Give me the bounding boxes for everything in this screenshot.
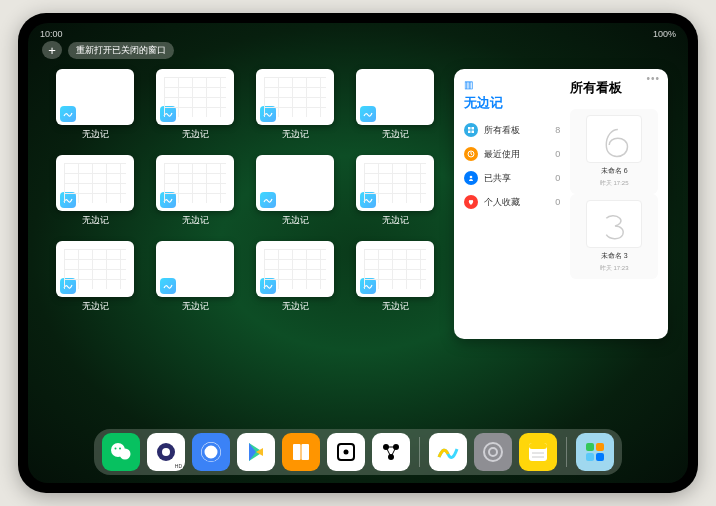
- dock-books-icon[interactable]: [282, 433, 320, 471]
- reopen-closed-window-button[interactable]: 重新打开已关闭的窗口: [68, 42, 174, 59]
- freeform-app-icon: [160, 106, 176, 122]
- board-card[interactable]: 未命名 6昨天 17:25: [570, 109, 658, 194]
- freeform-app-icon: [160, 278, 176, 294]
- window-label: 无边记: [182, 128, 209, 141]
- ipad-frame: 10:00 100% + 重新打开已关闭的窗口 无边记无边记无边记无边记无边记无…: [18, 13, 698, 493]
- window-label: 无边记: [182, 214, 209, 227]
- window-label: 无边记: [382, 300, 409, 313]
- window-preview: [156, 155, 234, 211]
- clock-icon: [464, 147, 478, 161]
- window-preview: [356, 155, 434, 211]
- svg-rect-24: [529, 443, 547, 449]
- freeform-app-icon: [160, 192, 176, 208]
- dock-settings-icon[interactable]: [474, 433, 512, 471]
- status-bar: 10:00 100%: [28, 27, 688, 41]
- svg-point-21: [484, 443, 502, 461]
- svg-point-9: [119, 448, 121, 450]
- window-thumbnail[interactable]: 无边记: [156, 155, 234, 233]
- window-thumbnail[interactable]: 无边记: [356, 69, 434, 147]
- dock-quark-icon[interactable]: HD: [147, 433, 185, 471]
- dock-play-icon[interactable]: [237, 433, 275, 471]
- category-count: 0: [555, 197, 560, 207]
- category-heart[interactable]: 个人收藏0: [464, 190, 560, 214]
- svg-point-7: [120, 449, 131, 460]
- svg-point-5: [470, 176, 473, 179]
- screen: 10:00 100% + 重新打开已关闭的窗口 无边记无边记无边记无边记无边记无…: [28, 23, 688, 483]
- freeform-app-icon: [360, 278, 376, 294]
- board-subtitle: 昨天 17:23: [600, 264, 629, 273]
- window-thumbnail[interactable]: 无边记: [256, 69, 334, 147]
- dock-qq-browser-icon[interactable]: [192, 433, 230, 471]
- window-label: 无边记: [82, 128, 109, 141]
- category-count: 8: [555, 125, 560, 135]
- window-thumbnail[interactable]: 无边记: [156, 241, 234, 319]
- freeform-app-icon: [60, 192, 76, 208]
- svg-point-8: [115, 448, 117, 450]
- category-grid[interactable]: 所有看板8: [464, 118, 560, 142]
- panel-right-title: 所有看板: [570, 79, 658, 97]
- window-label: 无边记: [282, 128, 309, 141]
- status-time: 10:00: [40, 29, 63, 39]
- panel-sidebar: ▥ 无边记 所有看板8最近使用0已共享0个人收藏0: [464, 79, 560, 331]
- freeform-app-icon: [60, 106, 76, 122]
- window-thumbnail[interactable]: 无边记: [56, 241, 134, 319]
- window-thumbnail[interactable]: 无边记: [356, 155, 434, 233]
- board-label: 未命名 3: [601, 251, 628, 261]
- category-count: 0: [555, 149, 560, 159]
- window-preview: [256, 241, 334, 297]
- panel-left-title: 无边记: [464, 94, 560, 112]
- more-icon[interactable]: •••: [646, 73, 660, 84]
- window-grid: 无边记无边记无边记无边记无边记无边记无边记无边记无边记无边记无边记无边记: [56, 69, 434, 423]
- window-preview: [56, 241, 134, 297]
- window-thumbnail[interactable]: 无边记: [256, 155, 334, 233]
- svg-rect-0: [468, 127, 471, 130]
- window-thumbnail[interactable]: 无边记: [156, 69, 234, 147]
- dock-wechat-icon[interactable]: [102, 433, 140, 471]
- share-icon: [464, 171, 478, 185]
- freeform-main-window[interactable]: ••• ▥ 无边记 所有看板8最近使用0已共享0个人收藏0 所有看板 未命名 6…: [454, 69, 668, 339]
- dock-nodes-icon[interactable]: [372, 433, 410, 471]
- window-label: 无边记: [82, 300, 109, 313]
- heart-icon: [464, 195, 478, 209]
- category-label: 已共享: [484, 172, 511, 185]
- category-label: 个人收藏: [484, 196, 520, 209]
- svg-point-17: [344, 450, 349, 455]
- dock: HD: [94, 429, 622, 475]
- grid-icon: [464, 123, 478, 137]
- svg-rect-15: [302, 444, 310, 460]
- window-thumbnail[interactable]: 无边记: [356, 241, 434, 319]
- svg-rect-2: [468, 131, 471, 134]
- category-label: 最近使用: [484, 148, 520, 161]
- board-card[interactable]: 未命名 3昨天 17:23: [570, 194, 658, 279]
- dock-widgets-icon[interactable]: [576, 433, 614, 471]
- panel-content: 所有看板 未命名 6昨天 17:25未命名 3昨天 17:23: [570, 79, 658, 331]
- window-thumbnail[interactable]: 无边记: [56, 155, 134, 233]
- window-thumbnail[interactable]: 无边记: [256, 241, 334, 319]
- board-subtitle: 昨天 17:25: [600, 179, 629, 188]
- dock-notes-icon[interactable]: [519, 433, 557, 471]
- category-count: 0: [555, 173, 560, 183]
- window-thumbnail[interactable]: 无边记: [56, 69, 134, 147]
- svg-rect-1: [472, 127, 475, 130]
- freeform-app-icon: [260, 106, 276, 122]
- window-preview: [56, 155, 134, 211]
- window-preview: [156, 241, 234, 297]
- dock-dice-icon[interactable]: [327, 433, 365, 471]
- svg-rect-14: [293, 444, 301, 460]
- new-window-button[interactable]: +: [42, 41, 62, 59]
- category-label: 所有看板: [484, 124, 520, 137]
- category-share[interactable]: 已共享0: [464, 166, 560, 190]
- window-preview: [356, 69, 434, 125]
- dock-separator: [419, 437, 420, 467]
- sidebar-toggle-icon[interactable]: ▥: [464, 79, 560, 90]
- window-label: 无边记: [182, 300, 209, 313]
- window-preview: [256, 69, 334, 125]
- svg-rect-3: [472, 131, 475, 134]
- svg-point-22: [489, 448, 497, 456]
- status-battery: 100%: [653, 29, 676, 39]
- freeform-app-icon: [60, 278, 76, 294]
- dock-freeform-icon[interactable]: [429, 433, 467, 471]
- svg-rect-27: [586, 443, 594, 451]
- category-clock[interactable]: 最近使用0: [464, 142, 560, 166]
- board-thumbnail: [586, 200, 642, 248]
